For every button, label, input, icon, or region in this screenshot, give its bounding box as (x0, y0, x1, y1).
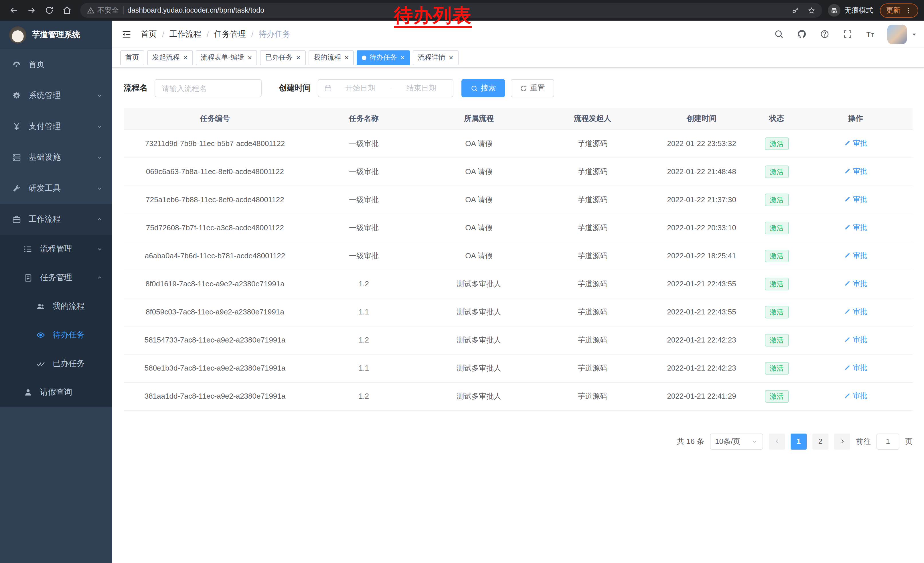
table-row: 75d72608-7b7f-11ec-a3c8-acde48001122一级审批… (124, 214, 912, 242)
breadcrumb-item-1[interactable]: 工作流程 (170, 29, 201, 39)
next-page-button[interactable] (834, 433, 850, 449)
filter-bar: 流程名 创建时间 开始日期 - 结束日期 搜索 重 (124, 79, 912, 98)
process-name-input[interactable] (154, 79, 262, 98)
tab-6[interactable]: 流程详情× (413, 50, 458, 65)
approve-link-label: 审批 (853, 391, 867, 401)
tab-5[interactable]: 待办任务× (357, 50, 410, 65)
fullscreen-icon[interactable] (836, 20, 859, 48)
edit-pen-icon (844, 280, 851, 287)
date-range-picker[interactable]: 开始日期 - 结束日期 (318, 79, 453, 98)
tab-close-icon[interactable]: × (183, 54, 188, 61)
approve-link[interactable]: 审批 (844, 279, 867, 289)
tab-label: 待办任务 (369, 53, 397, 62)
cell-starter: 芋道源码 (536, 326, 649, 354)
cell-id: 069c6a63-7b8a-11ec-8ef0-acde48001122 (124, 158, 306, 186)
sidebar-item-8[interactable]: 我的流程 (0, 292, 112, 321)
breadcrumb: 首页/工作流程/任务管理/待办任务 (141, 29, 291, 39)
start-date-placeholder[interactable]: 开始日期 (334, 83, 386, 93)
sidebar-item-6[interactable]: 流程管理 (0, 235, 112, 263)
font-size-icon[interactable]: TT (859, 20, 882, 48)
forward-icon[interactable] (24, 3, 39, 18)
page-button-2[interactable]: 2 (812, 433, 828, 449)
page-buttons: 12 (790, 433, 828, 449)
page-size-select[interactable]: 10条/页 (710, 433, 763, 449)
tab-close-icon[interactable]: × (345, 54, 349, 61)
security-chip[interactable]: 不安全 (87, 6, 119, 15)
sidebar-item-label: 支付管理 (28, 122, 61, 132)
reload-icon[interactable] (41, 3, 57, 18)
approve-link[interactable]: 审批 (844, 363, 867, 373)
gear-icon (12, 91, 22, 100)
end-date-placeholder[interactable]: 结束日期 (395, 83, 447, 93)
table-row: a6aba0a4-7b6d-11ec-b781-acde48001122一级审批… (124, 242, 912, 270)
sidebar-item-4[interactable]: 研发工具 (0, 173, 112, 204)
sidebar-item-label: 基础设施 (28, 152, 61, 163)
sidebar-item-1[interactable]: 系统管理 (0, 80, 112, 111)
home-icon[interactable] (59, 3, 74, 18)
approve-link[interactable]: 审批 (844, 195, 867, 204)
status-badge: 激活 (765, 193, 789, 206)
search-button[interactable]: 搜索 (461, 79, 505, 98)
chevron-up-icon (96, 216, 103, 223)
sidebar-item-0[interactable]: 首页 (0, 49, 112, 80)
github-icon[interactable] (790, 20, 813, 48)
tab-close-icon[interactable]: × (248, 54, 252, 61)
sidebar-item-3[interactable]: 基础设施 (0, 142, 112, 173)
sidebar-item-label: 我的流程 (52, 301, 85, 312)
help-icon[interactable] (813, 20, 836, 48)
breadcrumb-item-2[interactable]: 任务管理 (214, 29, 246, 39)
tab-4[interactable]: 我的流程× (309, 50, 354, 65)
approve-link[interactable]: 审批 (844, 139, 867, 148)
eye-icon (36, 330, 46, 339)
search-icon[interactable] (767, 20, 790, 48)
tab-0[interactable]: 首页 (120, 50, 144, 65)
sidebar-item-5[interactable]: 工作流程 (0, 204, 112, 235)
table-row: 8f0d1619-7ac8-11ec-a9e2-a2380e71991a1.2测… (124, 270, 912, 298)
cell-status: 激活 (754, 326, 799, 354)
cell-time: 2022-01-21 22:41:29 (649, 382, 754, 410)
cell-time: 2022-01-21 22:43:55 (649, 270, 754, 298)
approve-link[interactable]: 审批 (844, 391, 867, 401)
tab-close-icon[interactable]: × (296, 54, 300, 61)
approve-link[interactable]: 审批 (844, 335, 867, 345)
breadcrumb-item-0[interactable]: 首页 (141, 29, 157, 39)
goto-page-input[interactable] (876, 433, 899, 449)
sidebar-toggle-icon[interactable] (112, 29, 141, 39)
edit-pen-icon (844, 196, 851, 203)
reset-refresh-icon (520, 84, 527, 92)
update-button[interactable]: 更新 (880, 3, 918, 18)
browser-menu-icon[interactable] (904, 7, 912, 14)
clipboard-icon (23, 273, 33, 282)
sidebar-item-10[interactable]: 已办任务 (0, 349, 112, 378)
approve-link[interactable]: 审批 (844, 251, 867, 261)
sidebar-item-11[interactable]: 请假查询 (0, 378, 112, 407)
approve-link[interactable]: 审批 (844, 307, 867, 317)
prev-page-button[interactable] (769, 433, 785, 449)
reset-button[interactable]: 重置 (511, 79, 554, 98)
tab-2[interactable]: 流程表单-编辑× (195, 50, 257, 65)
next-arrow-icon (838, 438, 846, 445)
cell-starter: 芋道源码 (536, 214, 649, 242)
page-button-1[interactable]: 1 (790, 433, 807, 449)
tab-close-icon[interactable]: × (400, 54, 405, 61)
user-avatar[interactable] (887, 24, 907, 44)
cell-starter: 芋道源码 (536, 298, 649, 326)
cell-starter: 芋道源码 (536, 129, 649, 158)
cell-action: 审批 (799, 214, 912, 242)
approve-link[interactable]: 审批 (844, 167, 867, 176)
approve-link-label: 审批 (853, 223, 867, 233)
password-key-icon[interactable] (792, 7, 799, 14)
sidebar-item-7[interactable]: 任务管理 (0, 263, 112, 292)
status-badge: 激活 (765, 165, 789, 178)
sidebar-item-2[interactable]: 支付管理 (0, 111, 112, 142)
tab-3[interactable]: 已办任务× (260, 50, 305, 65)
avatar-caret-icon[interactable] (909, 31, 920, 38)
back-icon[interactable] (6, 3, 21, 18)
approve-link[interactable]: 审批 (844, 223, 867, 233)
tab-close-icon[interactable]: × (449, 54, 453, 61)
bookmark-star-icon[interactable] (808, 7, 815, 14)
sidebar-item-9[interactable]: 待办任务 (0, 321, 112, 349)
cell-name: 1.2 (306, 382, 422, 410)
app-logo[interactable]: 芋道管理系统 (0, 21, 112, 49)
tab-1[interactable]: 发起流程× (147, 50, 193, 65)
